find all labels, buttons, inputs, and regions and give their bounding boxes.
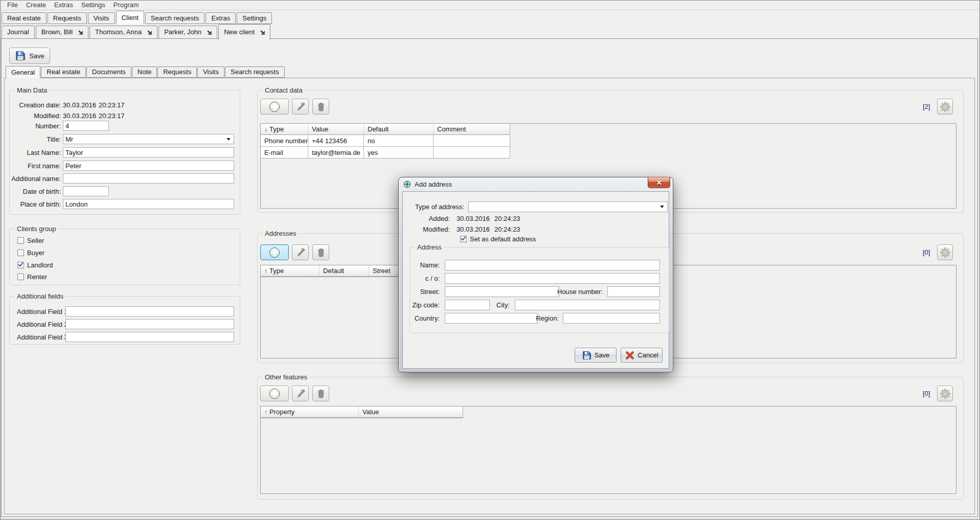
- date-of-birth-field[interactable]: [63, 186, 109, 196]
- check-icon: [18, 262, 24, 267]
- close-icon[interactable]: [78, 30, 83, 35]
- table-row[interactable]: Phone number +44 123456 no: [261, 135, 510, 147]
- contact-count-badge: [2]: [923, 103, 930, 110]
- client-tab-brown-bill[interactable]: Brown, Bill: [36, 26, 88, 39]
- first-name-field[interactable]: [63, 161, 234, 171]
- address-country-field[interactable]: [445, 313, 538, 324]
- menu-program[interactable]: Program: [109, 1, 143, 9]
- renter-checkbox[interactable]: Renter: [17, 274, 47, 280]
- additional-name-field[interactable]: [63, 173, 234, 184]
- delete-address-button[interactable]: [312, 244, 329, 260]
- tab-search-requests[interactable]: Search requests: [145, 12, 205, 24]
- column-header-value[interactable]: Value: [359, 406, 463, 417]
- address-zip-field[interactable]: [445, 300, 490, 310]
- menu-file[interactable]: File: [3, 1, 22, 9]
- address-house-number-field[interactable]: [607, 286, 660, 297]
- additional-field-1[interactable]: [65, 306, 234, 316]
- detail-tab-requests[interactable]: Requests: [157, 66, 197, 78]
- detail-tab-general[interactable]: General: [6, 66, 40, 78]
- address-region-field[interactable]: [563, 313, 660, 324]
- tab-visits[interactable]: Visits: [88, 12, 115, 24]
- tab-client[interactable]: Client: [116, 11, 144, 24]
- column-header-value[interactable]: Value: [308, 124, 364, 134]
- address-count-badge: [0]: [923, 248, 930, 256]
- close-icon[interactable]: [147, 30, 152, 35]
- detail-tab-visits[interactable]: Visits: [197, 66, 224, 78]
- sort-desc-icon: ↓: [264, 126, 267, 133]
- group-title: Main Data: [15, 86, 49, 94]
- client-tab-parker-john[interactable]: Parker, John: [158, 26, 217, 39]
- additional-field-3[interactable]: [65, 332, 234, 342]
- other-features-group: Other features [0] ↑Property Value: [257, 377, 964, 500]
- type-of-address-select[interactable]: [468, 201, 668, 212]
- checkbox-box: [460, 236, 467, 242]
- edit-address-button[interactable]: [292, 244, 309, 260]
- contact-settings-button[interactable]: [937, 99, 953, 115]
- column-header-property[interactable]: ↑Property: [261, 406, 359, 417]
- tab-settings[interactable]: Settings: [237, 12, 272, 24]
- client-tab-new-client[interactable]: New client: [218, 24, 270, 40]
- close-icon[interactable]: [207, 30, 212, 35]
- default-address-checkbox[interactable]: Set as default address: [460, 236, 536, 242]
- detail-tab-documents[interactable]: Documents: [86, 66, 131, 78]
- feature-settings-button[interactable]: [937, 386, 953, 401]
- feature-table-header: ↑Property Value: [261, 406, 463, 418]
- column-header-default[interactable]: Default: [320, 265, 369, 276]
- menu-settings[interactable]: Settings: [77, 1, 109, 9]
- delete-feature-button[interactable]: [312, 386, 329, 401]
- contact-table-header: ↓Type Value Default Comment: [261, 124, 510, 135]
- add-contact-button[interactable]: [260, 99, 289, 115]
- number-field[interactable]: [63, 121, 109, 131]
- checkbox-box: [17, 274, 24, 280]
- tab-requests[interactable]: Requests: [48, 12, 87, 24]
- client-tab-journal[interactable]: Journal: [2, 26, 35, 39]
- column-header-type[interactable]: ↓Type: [261, 124, 308, 134]
- last-name-field[interactable]: [63, 147, 234, 157]
- delete-contact-button[interactable]: [312, 99, 329, 115]
- add-feature-button[interactable]: [260, 386, 289, 401]
- add-address-button[interactable]: [260, 244, 289, 260]
- table-row[interactable]: E-mail taylor@temia.de yes: [261, 147, 510, 158]
- address-settings-button[interactable]: [937, 244, 953, 260]
- app-icon: [403, 180, 411, 188]
- detail-tab-search-requests[interactable]: Search requests: [225, 66, 285, 78]
- client-tab-bar: Journal Brown, Bill Thomson, Anna Parker…: [0, 24, 980, 39]
- edit-contact-button[interactable]: [292, 99, 309, 115]
- added-time-value: 20:24:23: [494, 215, 520, 222]
- address-name-field[interactable]: [445, 260, 660, 270]
- dialog-close-button[interactable]: [648, 177, 670, 188]
- floppy-disk-icon: [15, 50, 26, 61]
- red-x-icon: [625, 350, 635, 360]
- save-button[interactable]: Save: [9, 48, 50, 64]
- trash-icon: [316, 247, 326, 258]
- close-icon[interactable]: [260, 30, 265, 35]
- dialog-save-button[interactable]: Save: [575, 348, 617, 363]
- tab-real-estate[interactable]: Real estate: [2, 12, 47, 24]
- dialog-titlebar[interactable]: Add address: [399, 177, 673, 191]
- menu-create[interactable]: Create: [22, 1, 50, 9]
- creation-time-value: 20:23:17: [99, 101, 125, 109]
- landlord-checkbox[interactable]: Landlord: [17, 262, 53, 268]
- group-title: Other features: [263, 373, 309, 381]
- place-of-birth-field[interactable]: [63, 199, 234, 209]
- edit-feature-button[interactable]: [292, 386, 309, 401]
- dropdown-arrow-icon: [660, 206, 664, 208]
- address-co-field[interactable]: [445, 273, 660, 284]
- tab-extras[interactable]: Extras: [206, 12, 236, 24]
- detail-tab-note[interactable]: Note: [132, 66, 157, 78]
- seller-checkbox[interactable]: Seller: [17, 237, 44, 244]
- dialog-cancel-button[interactable]: Cancel: [621, 348, 663, 363]
- additional-field-2[interactable]: [65, 319, 234, 329]
- floppy-disk-icon: [582, 350, 592, 360]
- menu-extras[interactable]: Extras: [50, 1, 77, 9]
- title-select[interactable]: Mr: [63, 134, 234, 144]
- address-city-field[interactable]: [515, 300, 660, 310]
- column-header-default[interactable]: Default: [364, 124, 434, 134]
- detail-tab-real-estate[interactable]: Real estate: [41, 66, 86, 78]
- buyer-checkbox[interactable]: Buyer: [17, 250, 44, 256]
- trash-icon: [316, 102, 326, 112]
- column-header-type[interactable]: ↑Type: [261, 265, 320, 276]
- client-tab-thomson-anna[interactable]: Thomson, Anna: [89, 26, 157, 39]
- column-header-comment[interactable]: Comment: [434, 124, 510, 134]
- address-street-field[interactable]: [445, 286, 559, 297]
